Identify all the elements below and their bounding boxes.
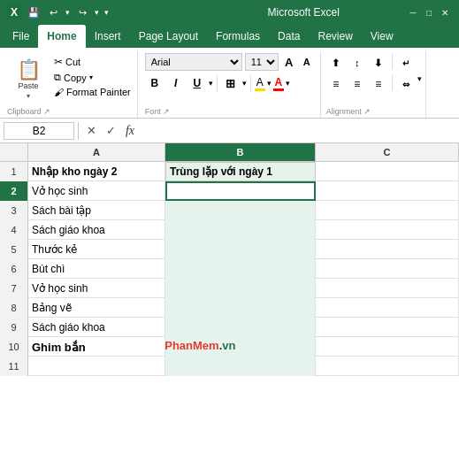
align-bottom-button[interactable]: ⬇ bbox=[369, 53, 388, 73]
row-num-6[interactable]: 6 bbox=[0, 259, 28, 279]
minimize-button[interactable]: ─ bbox=[406, 5, 420, 19]
cell-c1[interactable] bbox=[316, 162, 459, 181]
cell-b5[interactable] bbox=[165, 240, 316, 259]
cell-c6[interactable] bbox=[316, 259, 459, 279]
cell-a10[interactable]: Ghim bắn bbox=[28, 337, 165, 357]
align-top-button[interactable]: ⬆ bbox=[326, 53, 346, 73]
italic-button[interactable]: I bbox=[166, 73, 186, 93]
increase-font-button[interactable]: A bbox=[281, 54, 297, 70]
merge-dropdown[interactable]: ▾ bbox=[417, 74, 422, 94]
col-header-b[interactable]: B bbox=[165, 143, 316, 161]
paste-button[interactable]: 📋 Paste ▾ bbox=[7, 53, 50, 105]
tab-data[interactable]: Data bbox=[269, 25, 309, 48]
align-left-button[interactable]: ≡ bbox=[326, 74, 346, 94]
confirm-formula-button[interactable]: ✓ bbox=[102, 122, 119, 140]
cell-a2[interactable]: Vở học sinh bbox=[28, 181, 165, 201]
close-button[interactable]: ✕ bbox=[438, 5, 452, 19]
cell-b8[interactable] bbox=[165, 298, 316, 318]
underline-dropdown[interactable]: ▾ bbox=[209, 79, 213, 88]
row-num-1[interactable]: 1 bbox=[0, 162, 28, 181]
font-name-select[interactable]: Arial bbox=[145, 53, 242, 71]
restore-button[interactable]: □ bbox=[422, 5, 436, 19]
font-dialog-icon[interactable]: ↗ bbox=[163, 107, 170, 116]
tab-page-layout[interactable]: Page Layout bbox=[130, 25, 207, 48]
tab-view[interactable]: View bbox=[362, 25, 402, 48]
row-num-8[interactable]: 8 bbox=[0, 298, 28, 318]
cell-c3[interactable] bbox=[316, 201, 459, 220]
align-center-button[interactable]: ≡ bbox=[348, 74, 367, 94]
cell-a4[interactable]: Sách giáo khoa bbox=[28, 220, 165, 240]
cell-a8[interactable]: Bảng vẽ bbox=[28, 298, 165, 318]
row-num-10[interactable]: 10 bbox=[0, 337, 28, 357]
tab-file[interactable]: File bbox=[4, 25, 38, 48]
merge-center-button[interactable]: ⇔ bbox=[396, 74, 416, 94]
cell-c8[interactable] bbox=[316, 298, 459, 318]
cell-b2[interactable] bbox=[165, 181, 316, 201]
decrease-font-button[interactable]: A bbox=[299, 54, 315, 70]
redo-icon[interactable]: ↪ bbox=[75, 5, 89, 19]
font-color-dropdown[interactable]: ▾ bbox=[286, 79, 290, 88]
align-middle-button[interactable]: ↕ bbox=[348, 53, 367, 73]
tab-review[interactable]: Review bbox=[309, 25, 361, 48]
cell-b11[interactable] bbox=[165, 357, 316, 376]
cell-c5[interactable] bbox=[316, 240, 459, 259]
copy-button[interactable]: ⧉ Copy ▾ bbox=[51, 71, 134, 84]
row-num-9[interactable]: 9 bbox=[0, 318, 28, 337]
cell-a7[interactable]: Vở học sinh bbox=[28, 279, 165, 298]
save-icon[interactable]: 💾 bbox=[27, 5, 41, 19]
fill-color-button[interactable]: A bbox=[255, 76, 265, 91]
border-button[interactable]: ⊞ bbox=[221, 73, 241, 93]
cell-c4[interactable] bbox=[316, 220, 459, 240]
cell-a3[interactable]: Sách bài tập bbox=[28, 201, 165, 220]
cut-button[interactable]: ✂ Cut bbox=[51, 55, 134, 69]
cell-b10[interactable]: ThuThuatPhanMem.vn bbox=[165, 337, 316, 357]
cell-b1[interactable]: Trùng lặp với ngày 1 bbox=[165, 162, 316, 181]
row-num-7[interactable]: 7 bbox=[0, 279, 28, 298]
alignment-dialog-icon[interactable]: ↗ bbox=[363, 107, 371, 116]
undo-icon[interactable]: ↩ bbox=[46, 5, 60, 19]
row-num-3[interactable]: 3 bbox=[0, 201, 28, 220]
font-size-select[interactable]: 11 bbox=[245, 53, 279, 71]
cell-c11[interactable] bbox=[316, 357, 459, 376]
paste-dropdown-icon[interactable]: ▾ bbox=[27, 92, 30, 100]
cell-b3[interactable] bbox=[165, 201, 316, 220]
cell-c9[interactable] bbox=[316, 318, 459, 337]
row-num-2[interactable]: 2 bbox=[0, 181, 28, 201]
tab-formulas[interactable]: Formulas bbox=[207, 25, 269, 48]
cell-c2[interactable] bbox=[316, 181, 459, 201]
col-header-c[interactable]: C bbox=[316, 143, 459, 161]
cell-b4[interactable] bbox=[165, 220, 316, 240]
cell-b6[interactable] bbox=[165, 259, 316, 279]
cell-a11[interactable] bbox=[28, 357, 165, 376]
cell-c10[interactable] bbox=[316, 337, 459, 357]
align-right-button[interactable]: ≡ bbox=[369, 74, 388, 94]
row-num-5[interactable]: 5 bbox=[0, 240, 28, 259]
redo-dropdown[interactable]: ▾ bbox=[95, 8, 99, 17]
tab-insert[interactable]: Insert bbox=[86, 25, 130, 48]
col-header-a[interactable]: A bbox=[28, 143, 165, 161]
format-painter-button[interactable]: 🖌 Format Painter bbox=[51, 86, 134, 98]
border-dropdown[interactable]: ▾ bbox=[242, 79, 247, 88]
row-num-11[interactable]: 11 bbox=[0, 357, 28, 376]
cell-a5[interactable]: Thước kẻ bbox=[28, 240, 165, 259]
cancel-formula-button[interactable]: ✕ bbox=[82, 122, 100, 140]
cell-a1[interactable]: Nhập kho ngày 2 bbox=[28, 162, 165, 181]
cell-reference-input[interactable] bbox=[4, 122, 74, 140]
copy-dropdown[interactable]: ▾ bbox=[89, 73, 93, 81]
fx-button[interactable]: fx bbox=[121, 122, 139, 140]
clipboard-dialog-icon[interactable]: ↗ bbox=[43, 107, 50, 116]
wrap-text-button[interactable]: ↵ bbox=[396, 53, 416, 73]
bold-button[interactable]: B bbox=[145, 73, 164, 93]
fill-dropdown[interactable]: ▾ bbox=[267, 79, 272, 88]
cell-b9[interactable] bbox=[165, 318, 316, 337]
customize-icon[interactable]: ▾ bbox=[104, 8, 109, 17]
font-color-button[interactable]: A bbox=[273, 76, 284, 91]
underline-button[interactable]: U bbox=[187, 73, 207, 93]
cell-a9[interactable]: Sách giáo khoa bbox=[28, 318, 165, 337]
formula-input[interactable] bbox=[141, 125, 455, 137]
cell-c7[interactable] bbox=[316, 279, 459, 298]
cell-a6[interactable]: Bút chì bbox=[28, 259, 165, 279]
undo-dropdown[interactable]: ▾ bbox=[65, 8, 70, 17]
tab-home[interactable]: Home bbox=[38, 25, 85, 48]
cell-b7[interactable] bbox=[165, 279, 316, 298]
